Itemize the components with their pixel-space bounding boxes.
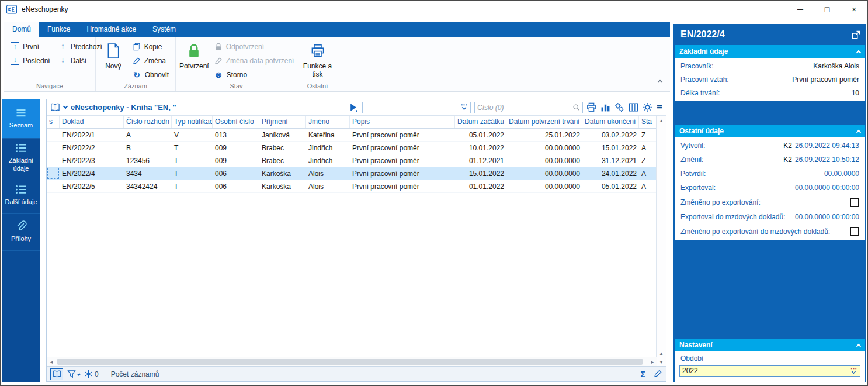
first-button[interactable]: ↑ První (8, 40, 53, 53)
play-icon[interactable] (349, 102, 359, 112)
copy-button[interactable]: Kopie (130, 40, 172, 53)
field-user: K2 (783, 142, 792, 150)
dropdown-icon[interactable] (850, 367, 857, 375)
book-toggle-button[interactable] (50, 368, 63, 380)
search-icon[interactable] (572, 104, 580, 111)
cell: Jindřich (306, 142, 350, 154)
cell: 006 (213, 180, 259, 192)
column-header-doklad[interactable]: Doklad (60, 116, 107, 128)
ribbon-collapse-button[interactable] (658, 77, 662, 85)
search-placeholder: Číslo (0) (477, 104, 570, 112)
last-button[interactable]: ↓ Poslední (8, 54, 53, 67)
columns-icon[interactable] (629, 102, 638, 112)
column-header-typ-notifikace[interactable]: Typ notifikace (172, 116, 213, 128)
scroll-left-button[interactable]: ◂ (47, 359, 56, 365)
hscroll-track[interactable] (56, 357, 648, 366)
edit-pencil-icon[interactable] (654, 369, 662, 380)
column-header-popis[interactable]: Popis (350, 116, 455, 128)
field-row: Změněno po exportování: (675, 195, 865, 210)
column-header-blank[interactable] (107, 116, 124, 128)
section-header-ostatni[interactable]: Ostatní údaje (675, 125, 865, 137)
checkbox-zmeneno-po-exportovani[interactable] (850, 198, 859, 207)
ribbon-group-stav: Potvrzení Odpotvrzení Změna data potvrze… (176, 37, 297, 91)
menu-icon[interactable]: ≡ (657, 102, 662, 112)
first-label: První (23, 43, 39, 51)
column-header-cislo-rozhodnuti[interactable]: Číslo rozhodn (124, 116, 172, 128)
gear-icon[interactable] (643, 102, 652, 112)
sidebar-item-label: Přílohy (11, 235, 31, 243)
table-row[interactable]: EN/2022/5 34342424 T 006 Karkoška Alois … (47, 180, 657, 193)
cell (107, 180, 124, 192)
app-window: eNeschopenky ─ □ × Domů Funkce Hromadné … (0, 0, 868, 386)
maximize-button[interactable]: □ (814, 1, 841, 18)
sidebar-item-seznam[interactable]: Seznam (2, 99, 40, 139)
table-row-selected[interactable]: EN/2022/4 3434 T 006 Karkoška Alois Prvn… (47, 167, 657, 180)
collapse-icon[interactable] (856, 129, 861, 134)
tab-domu[interactable]: Domů (4, 22, 39, 37)
ribbon-group-zaznam: Nový Kopie Změna (96, 37, 176, 91)
cell: 00.00.0000 (506, 180, 582, 192)
table-row[interactable]: EN/2022/3 123456 T 009 Brabec Jindřich P… (47, 154, 657, 167)
search-combobox[interactable]: Číslo (0) (474, 102, 583, 113)
sidebar-item-prilohy[interactable]: Přílohy (2, 214, 40, 251)
chart-icon[interactable] (600, 102, 610, 112)
column-header-jmeno[interactable]: Jméno (306, 116, 350, 128)
sidebar-item-dalsi-udaje[interactable]: Další údaje (2, 177, 40, 214)
column-header-osobni-cislo[interactable]: Osobní číslo (213, 116, 259, 128)
cancel-button[interactable]: ⊗ Storno (211, 68, 297, 81)
checkbox-zmeneno-po-exportovani-mzdy[interactable] (850, 227, 859, 236)
previous-icon: ↑ (58, 43, 67, 50)
sum-icon[interactable]: Σ (641, 370, 645, 379)
column-header-datum-zacatku[interactable]: Datum začátku (455, 116, 506, 128)
tab-funkce[interactable]: Funkce (39, 22, 78, 37)
vertical-scrollbar[interactable]: ▴ ▴ ▾ (656, 116, 666, 366)
table-row[interactable]: EN/2022/2 B T 009 Brabec Jindřich První … (47, 142, 657, 154)
cell: EN/2022/1 (60, 129, 107, 141)
book-icon[interactable] (50, 102, 60, 112)
scroll-right-button[interactable]: ▸ (648, 359, 657, 365)
scroll-up-button[interactable]: ▴ (657, 116, 666, 125)
column-header-prijmeni[interactable]: Příjmení (259, 116, 306, 128)
print-icon[interactable] (586, 102, 596, 112)
cell: 05.01.2022 (455, 129, 506, 141)
cell: 006 (213, 167, 259, 180)
cell: Janíková (259, 129, 306, 141)
confirm-button[interactable]: Potvrzení (179, 40, 209, 81)
sidebar-item-zakladni-udaje[interactable]: Základní údaje (2, 139, 40, 177)
tab-hromadne-akce[interactable]: Hromadné akce (78, 22, 144, 37)
functions-print-button[interactable]: Funkce a tisk (302, 40, 334, 78)
scroll-down-button[interactable]: ▾ (657, 357, 666, 366)
table-row[interactable]: EN/2022/1 A V 013 Janíková Kateřina Prvn… (47, 129, 657, 142)
expand-icon[interactable] (852, 30, 860, 39)
column-header-stav[interactable]: Sta (639, 116, 657, 128)
new-button[interactable]: Nový (99, 40, 127, 81)
scroll-up-button-2[interactable]: ▴ (657, 349, 666, 357)
printer-icon (311, 43, 325, 61)
tab-system[interactable]: Systém (144, 22, 184, 37)
filter-button[interactable] (67, 370, 80, 378)
close-button[interactable]: × (841, 1, 867, 18)
section-header-nastaveni[interactable]: Nastavení (675, 339, 865, 351)
frozen-records-button[interactable]: 0 (84, 370, 99, 378)
minimize-button[interactable]: ─ (787, 1, 814, 18)
window-controls: ─ □ × (787, 1, 867, 18)
horizontal-scrollbar[interactable]: ◂ ▸ (47, 357, 657, 366)
column-header-datum-potvrzeni[interactable]: Datum potvrzení trvání (506, 116, 582, 128)
filter-combobox[interactable] (362, 102, 471, 113)
hscroll-thumb[interactable] (57, 359, 643, 365)
chevron-down-icon[interactable] (63, 104, 68, 109)
gears-icon[interactable] (614, 102, 624, 112)
column-header-datum-ukonceni[interactable]: Datum ukončení (582, 116, 639, 128)
dropdown-icon[interactable] (460, 104, 468, 111)
column-header-s[interactable]: s (47, 116, 60, 128)
functions-print-label: Funkce a tisk (302, 63, 334, 79)
collapse-icon[interactable] (856, 50, 861, 54)
refresh-icon: ↻ (133, 70, 141, 80)
section-header-zakladni[interactable]: Základní údaje (675, 45, 865, 58)
collapse-icon[interactable] (856, 343, 861, 348)
browse-table: eNeschopenky - Kniha "EN, " Číslo (0) (46, 99, 666, 382)
edit-button[interactable]: Změna (130, 54, 172, 67)
period-input[interactable]: 2022 (679, 365, 860, 377)
cell: 123456 (124, 154, 172, 167)
refresh-button[interactable]: ↻ Obnovit (130, 68, 172, 81)
